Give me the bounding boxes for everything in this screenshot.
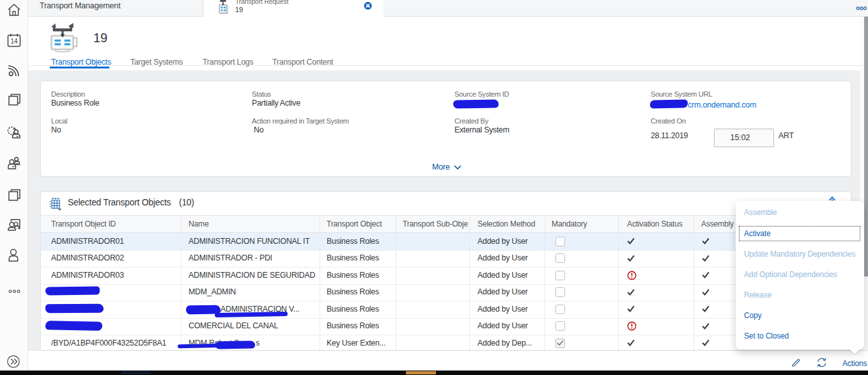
svg-text:14: 14 — [10, 38, 18, 45]
